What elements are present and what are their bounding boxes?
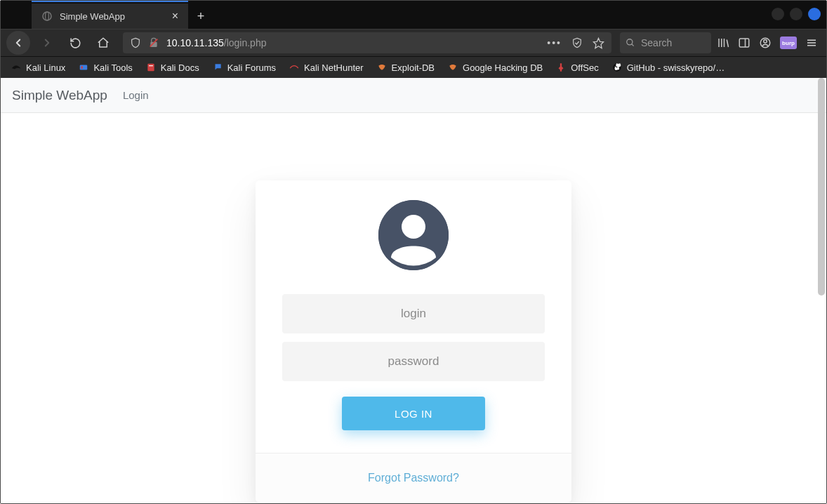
window-controls [772,8,821,20]
app-navbar: Simple WebApp Login [1,78,826,113]
svg-line-6 [632,44,634,46]
forums-icon [212,62,223,73]
search-box[interactable]: Search [620,32,711,53]
browser-toolbar: 10.10.11.135/login.php ••• Search [1,29,826,57]
hamburger-menu-icon[interactable] [805,37,818,49]
home-button[interactable] [92,32,114,54]
tab-bar: Simple WebApp × + [1,1,826,29]
bookmark-kali-forums[interactable]: Kali Forums [208,60,280,75]
bookmark-kali-tools[interactable]: Kali Tools [74,60,136,75]
burp-extension-icon[interactable]: burp [780,37,797,49]
svg-line-10 [727,40,728,48]
minimize-icon[interactable] [772,8,784,20]
password-input[interactable] [282,342,545,381]
svg-point-0 [43,12,51,20]
new-tab-button[interactable]: + [188,4,213,29]
browser-tab[interactable]: Simple WebApp × [32,4,188,29]
bookmark-github[interactable]: GitHub - swisskyrepo/… [607,60,729,75]
exploit-db-icon [376,62,388,73]
account-icon[interactable] [759,37,772,49]
login-button[interactable]: LOG IN [342,397,485,430]
svg-rect-21 [149,65,153,66]
svg-point-1 [46,12,49,20]
forward-button[interactable] [36,32,58,54]
bookmark-kali-docs[interactable]: Kali Docs [141,60,204,75]
login-card: LOG IN Forgot Password? [256,180,571,503]
shield-icon[interactable] [130,37,141,48]
username-input[interactable] [282,294,545,333]
svg-rect-18 [80,65,88,70]
search-placeholder: Search [641,37,672,48]
tab-title: Simple WebApp [60,11,162,22]
bookmark-offsec[interactable]: OffSec [551,60,603,75]
library-icon[interactable] [717,37,729,49]
address-bar[interactable]: 10.10.11.135/login.php ••• [123,32,611,53]
reader-shield-icon[interactable] [571,37,583,48]
bookmark-star-icon[interactable] [593,37,604,49]
docs-icon [145,62,157,73]
forgot-password-link[interactable]: Forgot Password? [368,472,459,484]
svg-rect-20 [147,64,154,72]
bookmark-kali-linux[interactable]: Kali Linux [6,60,70,75]
page-viewport: Simple WebApp Login LOG IN [1,78,826,503]
offsec-icon [555,62,567,73]
bookmark-exploit-db[interactable]: Exploit-DB [372,60,439,75]
svg-point-5 [627,39,633,45]
nav-login-link[interactable]: Login [123,89,149,101]
tools-icon [78,62,89,73]
nethunter-icon [289,62,300,73]
avatar-icon [378,200,449,270]
svg-point-14 [764,40,767,44]
insecure-lock-icon[interactable] [148,37,159,48]
svg-rect-11 [739,39,749,47]
close-window-icon[interactable] [808,8,821,20]
maximize-icon[interactable] [790,8,802,20]
sidebar-icon[interactable] [738,37,750,49]
reload-button[interactable] [64,32,86,54]
search-icon [626,38,635,48]
svg-rect-19 [81,66,83,69]
bookmark-ghdb[interactable]: Google Hacking DB [443,60,547,75]
ghdb-icon [447,62,458,73]
scrollbar-thumb[interactable] [818,78,825,296]
app-brand[interactable]: Simple WebApp [12,88,107,103]
close-tab-icon[interactable]: × [169,10,181,22]
svg-marker-4 [593,38,603,48]
github-icon [611,62,623,73]
bookmark-kali-nethunter[interactable]: Kali NetHunter [284,60,368,75]
bookmarks-bar: Kali Linux Kali Tools Kali Docs Kali For… [1,57,826,78]
active-tab-indicator [32,1,188,2]
more-dots-icon[interactable]: ••• [547,37,562,48]
favicon-icon [41,11,53,22]
back-button[interactable] [6,31,30,55]
url-text: 10.10.11.135/login.php [166,37,540,48]
kali-icon [11,62,22,73]
svg-point-24 [402,215,425,239]
